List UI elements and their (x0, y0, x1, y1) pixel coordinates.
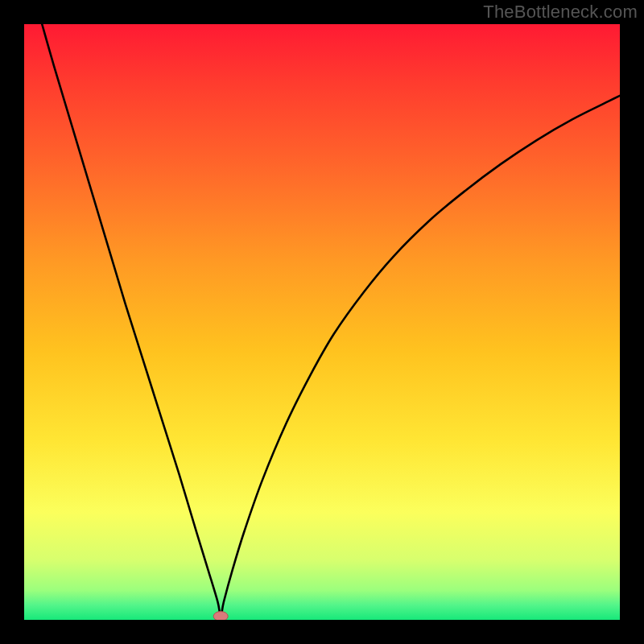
curve-layer (24, 24, 620, 620)
bottleneck-curve (42, 24, 620, 617)
minimum-marker (213, 612, 228, 620)
watermark-text: TheBottleneck.com (483, 2, 638, 23)
plot-area (24, 24, 620, 620)
chart-frame: TheBottleneck.com (0, 0, 644, 644)
